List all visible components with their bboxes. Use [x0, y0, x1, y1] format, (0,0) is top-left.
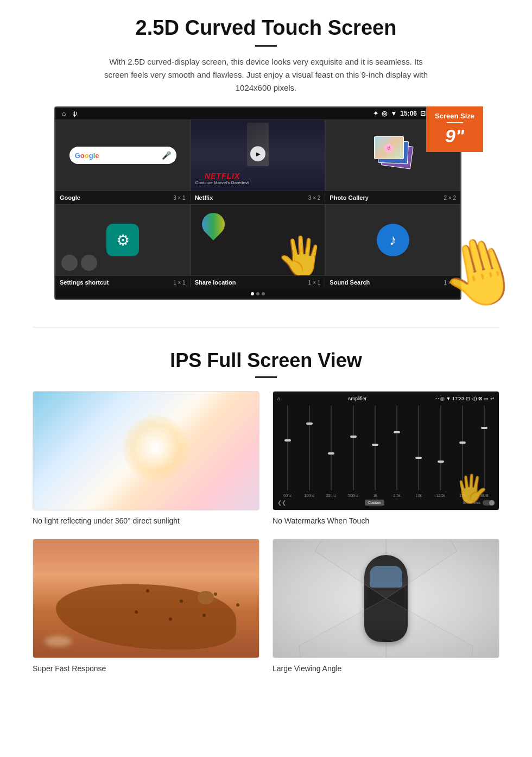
watermark-label: No Watermarks When Touch	[273, 516, 369, 525]
photo-label: Photo Gallery	[330, 194, 369, 201]
maps-teardrop	[197, 208, 229, 240]
spot-5	[202, 614, 206, 617]
eq-handle-2[interactable]	[306, 422, 313, 425]
eq-handle-8[interactable]	[438, 460, 444, 463]
google-search-bar[interactable]: Google 🎤	[69, 147, 176, 164]
sound-label-cell: Sound Search 1 × 1	[325, 278, 460, 287]
shadow-2	[81, 255, 97, 271]
photo-stack	[374, 136, 412, 174]
google-label-cell: Google 3 × 1	[55, 193, 191, 202]
eq-custom-button[interactable]: Custom	[365, 500, 384, 506]
netflix-bg: NETFLIX Continue Marvel's Daredevil	[191, 120, 325, 191]
car-view-container	[364, 555, 408, 642]
cheetah-bg	[33, 539, 259, 658]
eq-icons: ⋯ ◎ ▼ 17:33 ⊡ ◁) ⊠ ▭ ↩	[434, 396, 495, 401]
dot-3[interactable]	[262, 292, 265, 295]
eq-handle-1[interactable]	[284, 439, 291, 441]
netflix-play-button[interactable]	[250, 146, 265, 161]
hand-pointing-icon: 🖐	[277, 237, 325, 275]
home-icon[interactable]: ⌂	[62, 110, 66, 117]
google-app-cell[interactable]: Google 🎤	[55, 119, 191, 191]
section2-title: IPS Full Screen View	[33, 349, 499, 372]
signal-icon: ▼	[390, 110, 397, 117]
car-bg	[273, 539, 499, 658]
app-grid-row2: ⚙	[55, 204, 460, 276]
location-icon: ◎	[382, 110, 387, 117]
app-label-row1: Google 3 × 1 Netflix 3 × 2 Photo Gallery…	[55, 191, 460, 204]
badge-divider	[447, 122, 463, 123]
google-bg: Google 🎤	[56, 120, 190, 191]
dot-2[interactable]	[256, 292, 259, 295]
dust-cloud	[45, 636, 72, 647]
eq-handle-10[interactable]	[481, 427, 487, 429]
car-body	[364, 555, 408, 642]
photo-size: 2 × 2	[444, 195, 456, 201]
eq-track-3	[331, 406, 332, 490]
dot-1[interactable]	[251, 292, 254, 295]
eq-image: ⌂ Amplifier ⋯ ◎ ▼ 17:33 ⊡ ◁) ⊠ ▭ ↩	[273, 391, 499, 510]
sunlight-image	[33, 391, 259, 510]
status-bar-left: ⌂ ψ	[62, 110, 77, 117]
eq-bar-2	[299, 406, 319, 490]
eq-handle-5[interactable]	[372, 444, 378, 446]
maps-icon	[202, 213, 225, 236]
sound-icon-circle: ♪	[377, 224, 409, 256]
feature-fast: Super Fast Response	[33, 539, 259, 673]
eq-track-4	[353, 406, 354, 490]
eq-handle-4[interactable]	[350, 436, 357, 438]
cheetah-spots	[78, 575, 259, 646]
badge-title: Screen Size	[435, 112, 474, 120]
settings-icon-circle: ⚙	[106, 224, 139, 256]
settings-bg: ⚙	[56, 205, 190, 275]
settings-cell-inner: ⚙	[56, 205, 190, 275]
netflix-app-cell[interactable]: NETFLIX Continue Marvel's Daredevil	[191, 119, 326, 191]
eq-handle-3[interactable]	[328, 452, 334, 455]
share-location-cell[interactable]: 🖐	[191, 204, 326, 276]
eq-nav-icon[interactable]: ❮❮	[277, 500, 286, 506]
section-curved-screen: 2.5D Curved Touch Screen With 2.5D curve…	[0, 0, 532, 311]
eq-handle-9[interactable]	[459, 441, 466, 444]
settings-size: 1 × 1	[173, 280, 186, 286]
netflix-label: NETFLIX Continue Marvel's Daredevil	[195, 172, 250, 185]
eq-track-1	[287, 406, 288, 490]
eq-track-6	[396, 406, 397, 490]
device-container: Screen Size 9" ⌂ ψ ✦ ◎ ▼ 15:06 ⊡ ◁) ⊠	[54, 106, 478, 300]
google-size: 3 × 1	[173, 195, 186, 201]
eq-label-2: 100hz	[299, 494, 319, 497]
mic-icon[interactable]: 🎤	[162, 151, 171, 160]
eq-hand-icon: 🖐	[454, 473, 488, 504]
music-note-icon: ♪	[389, 231, 397, 249]
share-label: Share location	[195, 279, 236, 286]
car-windshield	[370, 566, 402, 588]
feature-viewing: Large Viewing Angle	[273, 539, 499, 673]
eq-label-7: 10k	[409, 494, 429, 497]
eq-handle-7[interactable]	[415, 457, 422, 459]
eq-bg: ⌂ Amplifier ⋯ ◎ ▼ 17:33 ⊡ ◁) ⊠ ▭ ↩	[273, 392, 499, 510]
eq-bar-3	[321, 406, 341, 490]
android-screen: ⌂ ψ ✦ ◎ ▼ 15:06 ⊡ ◁) ⊠ ▭	[54, 106, 461, 300]
photo-card-3	[374, 136, 404, 159]
section1-description: With 2.5D curved-display screen, this de…	[98, 55, 434, 94]
sound-search-cell[interactable]: ♪	[325, 204, 460, 276]
netflix-brand: NETFLIX	[195, 172, 250, 180]
settings-app-cell[interactable]: ⚙	[55, 204, 191, 276]
gear-icon: ⚙	[116, 231, 130, 249]
badge-size: 9"	[445, 125, 464, 146]
sky-bg	[33, 392, 259, 510]
shadow-icons	[61, 255, 97, 271]
settings-label: Settings shortcut	[60, 279, 109, 286]
viewing-label: Large Viewing Angle	[273, 664, 341, 673]
eq-label-8: 12.5k	[430, 494, 451, 497]
eq-track-8	[440, 406, 441, 490]
netflix-subtitle: Continue Marvel's Daredevil	[195, 180, 250, 185]
eq-bar-6	[387, 406, 407, 490]
eq-track-5	[375, 406, 376, 490]
sound-bg: ♪	[326, 205, 460, 275]
netflix-label: Netflix	[195, 194, 213, 201]
eq-handle-6[interactable]	[394, 431, 400, 433]
eq-label-4: 500hz	[343, 494, 363, 497]
netflix-label-cell: Netflix 3 × 2	[191, 193, 326, 202]
feature-watermark: ⌂ Amplifier ⋯ ◎ ▼ 17:33 ⊡ ◁) ⊠ ▭ ↩	[273, 391, 499, 526]
share-label-cell: Share location 1 × 1	[191, 278, 326, 287]
spot-4	[135, 610, 138, 614]
